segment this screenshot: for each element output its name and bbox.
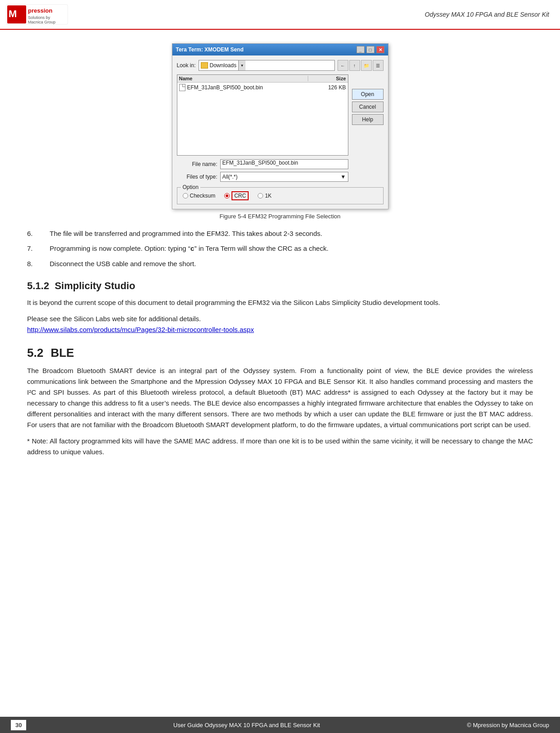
look-in-label: Look in: [177, 62, 196, 69]
header: M pression Solutions by Macnica Group Od… [0, 0, 560, 30]
look-in-combo[interactable]: Downloads ▼ [199, 60, 335, 71]
option-section: Option Checksum CRC [177, 187, 384, 204]
dialog-main-section: Name Size EFM_31JanB_SPI500_boot.bin 126… [177, 74, 384, 185]
step-6: 6. The file will be transferred and prog… [27, 229, 533, 239]
logo-svg: M pression Solutions by Macnica Group [5, 4, 69, 25]
combo-arrow[interactable]: ▼ [238, 60, 245, 70]
header-title: Odyssey MAX 10 FPGA and BLE Sensor Kit [425, 11, 549, 18]
steps-list: 6. The file will be transferred and prog… [27, 229, 533, 269]
col-divider [308, 76, 308, 81]
col-size-header: Size [310, 76, 346, 81]
titlebar-buttons: _ □ ✕ [356, 46, 384, 53]
filename-label: File name: [177, 161, 218, 167]
section-512-body2: Please see the Silicon Labs web site for… [27, 313, 533, 335]
section-512-number: 5.1.2 [27, 280, 49, 291]
radio-crc[interactable]: CRC [224, 191, 249, 200]
dialog-titlebar: Tera Term: XMODEM Send _ □ ✕ [172, 44, 388, 55]
close-button[interactable]: ✕ [376, 46, 384, 53]
section-52-heading: 5.2 BLE [27, 346, 533, 360]
checksum-radio-circle[interactable] [183, 193, 188, 198]
radio-checksum[interactable]: Checksum [183, 193, 216, 199]
filetype-row: Files of type: All(*.*) ▼ [177, 172, 348, 182]
section-52-body1: The Broadcom Bluetooth SMART device is a… [27, 365, 533, 430]
1k-radio-circle[interactable] [258, 193, 263, 198]
step-8-num: 8. [27, 259, 50, 269]
file-icon [179, 84, 185, 91]
radio-row: Checksum CRC 1K [183, 191, 378, 200]
col-name-header: Name [179, 76, 306, 81]
svg-text:M: M [9, 8, 17, 19]
step-7-num: 7. [27, 244, 50, 255]
file-list-area[interactable]: Name Size EFM_31JanB_SPI500_boot.bin 126… [177, 74, 348, 156]
filetype-label: Files of type: [177, 174, 218, 180]
dialog-container: Tera Term: XMODEM Send _ □ ✕ Look in: Do… [27, 43, 533, 220]
look-in-row: Look in: Downloads ▼ ← ↑ 📁 ☰ [177, 60, 384, 71]
file-name: EFM_31JanB_SPI500_boot.bin [187, 84, 308, 91]
view-button[interactable]: ☰ [373, 60, 384, 71]
main-content: Tera Term: XMODEM Send _ □ ✕ Look in: Do… [0, 30, 560, 472]
filetype-combo[interactable]: All(*.*) ▼ [220, 172, 348, 182]
help-button[interactable]: Help [352, 114, 384, 125]
filetype-arrow: ▼ [341, 174, 346, 180]
restore-button[interactable]: □ [366, 46, 375, 53]
footer-center: User Guide Odyssey MAX 10 FPGA and BLE S… [173, 722, 320, 728]
dialog-file-area: Name Size EFM_31JanB_SPI500_boot.bin 126… [177, 74, 348, 185]
new-folder-button[interactable]: 📁 [361, 60, 372, 71]
filename-input[interactable]: EFM_31JanB_SPI500_boot.bin [220, 159, 348, 169]
footer: 30 User Guide Odyssey MAX 10 FPGA and BL… [0, 717, 560, 733]
dialog-window: Tera Term: XMODEM Send _ □ ✕ Look in: Do… [172, 43, 389, 209]
folder-name: Downloads [210, 62, 236, 69]
folder-icon [201, 62, 208, 69]
checksum-label: Checksum [190, 193, 216, 199]
step-7-text: Programming is now complete. Option: typ… [50, 244, 533, 255]
footer-right: © Mpression by Macnica Group [467, 722, 549, 728]
filename-row: File name: EFM_31JanB_SPI500_boot.bin [177, 159, 348, 169]
option-label: Option [181, 184, 200, 190]
logo-area: M pression Solutions by Macnica Group [5, 4, 69, 25]
dialog-title: Tera Term: XMODEM Send [176, 46, 244, 53]
file-list-row[interactable]: EFM_31JanB_SPI500_boot.bin 126 KB [177, 83, 348, 92]
step-8: 8. Disconnect the USB cable and remove t… [27, 259, 533, 269]
file-size: 126 KB [310, 84, 346, 91]
section-512-heading: 5.1.2 Simplicity Studio [27, 280, 533, 292]
cancel-button[interactable]: Cancel [352, 101, 384, 112]
crc-radio-circle[interactable] [224, 193, 230, 198]
radio-1k[interactable]: 1K [258, 193, 272, 199]
nav-up-button[interactable]: ↑ [349, 60, 360, 71]
crc-label: CRC [231, 191, 249, 200]
footer-page: 30 [11, 720, 26, 730]
step-6-num: 6. [27, 229, 50, 239]
section-52-number: 5.2 [27, 346, 43, 360]
section-52-note: * Note: All factory programmed kits will… [27, 436, 533, 457]
look-in-toolbar: ← ↑ 📁 ☰ [338, 60, 384, 71]
section-52-title: BLE [51, 346, 74, 360]
svg-text:Macnica Group: Macnica Group [28, 20, 56, 24]
dialog-action-buttons: Open Cancel Help [352, 89, 384, 185]
step-6-text: The file will be transferred and program… [50, 229, 533, 239]
section-512-link[interactable]: http://www.silabs.com/products/mcu/Pages… [27, 326, 254, 333]
nav-back-button[interactable]: ← [338, 60, 348, 71]
crc-radio-dot [226, 194, 228, 197]
section-512-title: Simplicity Studio [55, 280, 135, 291]
section-512-body1: It is beyond the current scope of this d… [27, 297, 533, 308]
svg-text:pression: pression [28, 7, 52, 14]
figure-caption: Figure 5-4 EFM32 Programming File Select… [219, 213, 340, 220]
file-list-header: Name Size [177, 75, 348, 83]
svg-text:Solutions by: Solutions by [28, 15, 51, 20]
step-7: 7. Programming is now complete. Option: … [27, 244, 533, 255]
minimize-button[interactable]: _ [356, 46, 365, 53]
open-button[interactable]: Open [352, 89, 384, 100]
step-8-text: Disconnect the USB cable and remove the … [50, 259, 533, 269]
1k-label: 1K [265, 193, 272, 199]
dialog-body: Look in: Downloads ▼ ← ↑ 📁 ☰ [172, 55, 388, 209]
